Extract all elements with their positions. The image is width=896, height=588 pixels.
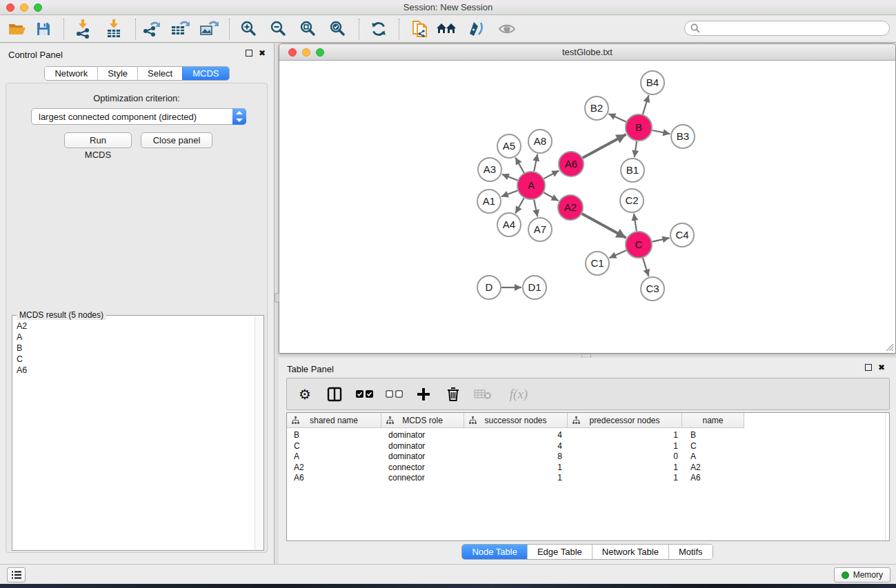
export-network-icon[interactable]: [139, 19, 163, 39]
graph-edge-A-A6[interactable]: [544, 170, 559, 179]
column-view-icon[interactable]: [326, 385, 344, 403]
search-field[interactable]: [684, 21, 890, 36]
unselect-all-icon[interactable]: [385, 385, 403, 403]
import-network-icon[interactable]: [71, 19, 94, 39]
mcds-result-item[interactable]: A: [17, 332, 254, 343]
table-cell[interactable]: A: [287, 452, 381, 463]
table-row[interactable]: Cdominator41C: [287, 441, 889, 452]
tab-network-table[interactable]: Network Table: [592, 545, 668, 559]
graph-node-C[interactable]: C: [626, 232, 652, 258]
table-cell[interactable]: connector: [381, 473, 464, 484]
import-table-icon[interactable]: [102, 19, 126, 39]
table-cell[interactable]: A6: [287, 473, 381, 484]
graph-node-C4[interactable]: C4: [670, 223, 694, 247]
function-builder-icon[interactable]: f(x): [504, 385, 534, 403]
close-table-panel-icon[interactable]: ✖: [878, 364, 885, 371]
close-panel-icon[interactable]: ✖: [259, 50, 266, 57]
table-cell[interactable]: dominator: [381, 452, 464, 463]
houses-icon[interactable]: [435, 19, 458, 39]
network-minimize-button[interactable]: [302, 48, 310, 57]
table-row[interactable]: A2connector11A2: [287, 463, 889, 474]
graph-node-A2[interactable]: A2: [558, 195, 583, 220]
node-table[interactable]: shared nameMCDS rolesuccessor nodesprede…: [286, 412, 890, 541]
graph-node-A1[interactable]: A1: [477, 190, 501, 213]
refresh-icon[interactable]: [367, 19, 390, 39]
graph-edge-A-A3[interactable]: [502, 174, 518, 181]
table-cell[interactable]: B: [287, 430, 381, 441]
graph-node-D[interactable]: D: [477, 276, 501, 299]
gear-icon[interactable]: ⚙: [296, 385, 314, 403]
zoom-in-icon[interactable]: [237, 19, 261, 39]
search-input[interactable]: [704, 23, 884, 33]
resize-grip[interactable]: [886, 343, 894, 352]
table-cell[interactable]: 4: [464, 441, 568, 452]
eye-icon[interactable]: [495, 19, 519, 39]
optimization-criterion-dropdown[interactable]: largest connected component (directed): [31, 108, 246, 125]
graph-node-A6[interactable]: A6: [559, 152, 584, 176]
graph-node-D1[interactable]: D1: [523, 276, 546, 299]
graph-node-A8[interactable]: A8: [528, 130, 552, 153]
graph-edge-C-C1[interactable]: [609, 250, 626, 258]
close-window-button[interactable]: [6, 3, 14, 12]
new-network-from-selection-icon[interactable]: [408, 19, 431, 39]
float-panel-icon[interactable]: [246, 50, 252, 57]
save-icon[interactable]: [32, 19, 55, 39]
mcds-result-item[interactable]: A2: [17, 321, 254, 332]
table-row[interactable]: Bdominator41B: [287, 430, 889, 441]
table-cell[interactable]: dominator: [381, 441, 464, 452]
graph-edge-A-A2[interactable]: [544, 192, 558, 201]
tab-network[interactable]: Network: [45, 67, 97, 80]
column-header-predecessor-nodes[interactable]: predecessor nodes: [568, 413, 682, 428]
table-cell[interactable]: connector: [381, 463, 464, 474]
graph-edge-C-C2[interactable]: [634, 214, 637, 231]
column-header-name[interactable]: name: [682, 413, 744, 428]
vertical-splitter-handle[interactable]: [275, 293, 279, 303]
table-cell[interactable]: 8: [464, 452, 568, 463]
table-cell[interactable]: 1: [568, 463, 682, 474]
table-cell[interactable]: B: [682, 430, 744, 441]
table-row[interactable]: Adominator80A: [287, 452, 889, 463]
tab-motifs[interactable]: Motifs: [668, 545, 713, 559]
table-cell[interactable]: A2: [287, 463, 381, 474]
export-image-icon[interactable]: [197, 19, 221, 39]
network-canvas[interactable]: B4B2BB3A5A8A6A3B1AA1C2A2A4A7C4CC1C3DD1: [279, 61, 895, 353]
delete-icon[interactable]: [444, 385, 462, 403]
graph-node-C3[interactable]: C3: [641, 277, 664, 301]
open-folder-icon[interactable]: [6, 19, 29, 39]
graph-edge-B-B3[interactable]: [653, 130, 670, 134]
graph-node-B1[interactable]: B1: [621, 159, 644, 182]
graph-edge-C-C4[interactable]: [653, 238, 670, 242]
table-cell[interactable]: 1: [568, 473, 682, 484]
network-window-titlebar[interactable]: testGlobe.txt: [279, 44, 895, 61]
pen-slash-icon[interactable]: [464, 19, 488, 39]
network-graph[interactable]: B4B2BB3A5A8A6A3B1AA1C2A2A4A7C4CC1C3DD1: [279, 61, 895, 353]
tab-edge-table[interactable]: Edge Table: [527, 545, 592, 559]
tab-style[interactable]: Style: [97, 67, 137, 80]
network-maximize-button[interactable]: [316, 48, 324, 57]
graph-edge-C-C3[interactable]: [643, 258, 648, 276]
graph-node-B[interactable]: B: [626, 114, 652, 141]
mcds-result-item[interactable]: A6: [17, 365, 254, 376]
graph-edge-A-A4[interactable]: [515, 198, 524, 213]
add-column-icon[interactable]: [415, 385, 432, 403]
table-cell[interactable]: 1: [568, 430, 682, 441]
zoom-fit-icon[interactable]: [297, 19, 320, 39]
table-cell[interactable]: C: [287, 441, 381, 452]
graph-node-C1[interactable]: C1: [586, 252, 609, 275]
graph-node-A7[interactable]: A7: [528, 218, 552, 241]
column-header-successor-nodes[interactable]: successor nodes: [464, 413, 568, 428]
export-table-icon[interactable]: [168, 19, 192, 39]
select-all-icon[interactable]: [355, 385, 373, 403]
table-cell[interactable]: 1: [464, 463, 568, 474]
table-cell[interactable]: 1: [568, 441, 682, 452]
network-close-button[interactable]: [288, 48, 297, 57]
table-cell[interactable]: dominator: [381, 430, 464, 441]
table-row[interactable]: A6connector11A6: [287, 473, 889, 484]
close-panel-button[interactable]: Close panel: [141, 132, 212, 148]
run-mcds-button[interactable]: Run MCDS: [64, 132, 132, 148]
column-header-shared-name[interactable]: shared name: [287, 413, 381, 428]
tab-mcds[interactable]: MCDS: [182, 67, 228, 80]
graph-node-B2[interactable]: B2: [585, 97, 608, 120]
graph-edge-A6-B[interactable]: [583, 134, 626, 158]
tab-select[interactable]: Select: [137, 67, 182, 80]
